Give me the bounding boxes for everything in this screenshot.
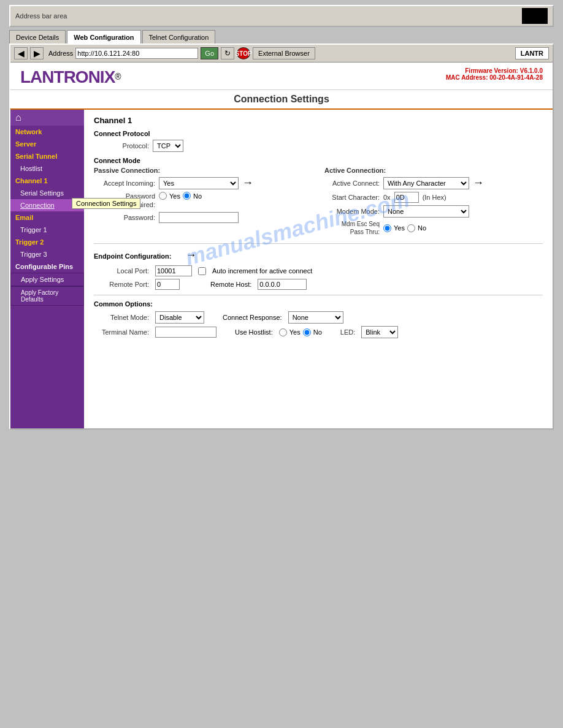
- password-required-no-label: No: [193, 192, 202, 200]
- lantr-badge: LANTR: [515, 47, 549, 59]
- connect-response-label: Connect Response:: [223, 314, 282, 321]
- page-title: Connection Settings: [20, 94, 543, 105]
- endpoint-title: Endpoint Configuration: →: [94, 249, 543, 262]
- browser-black-square: [522, 8, 548, 24]
- form-area: Channel 1 Connect Protocol Protocol: TCP…: [84, 110, 553, 428]
- apply-factory-defaults-button[interactable]: Apply Factory Defaults: [10, 286, 84, 306]
- connect-response-select[interactable]: None Characters Verbose: [288, 311, 343, 324]
- password-label: Password:: [94, 214, 155, 221]
- sidebar-item-hostlist[interactable]: Hostlist: [10, 162, 84, 175]
- arrow-accept: →: [242, 176, 253, 189]
- use-hostlist-yes-radio[interactable]: [279, 328, 287, 336]
- inner-toolbar: ◀ ▶ Address Go ↻ STOP External Browser L…: [10, 45, 553, 63]
- sidebar-home[interactable]: ⌂: [10, 110, 84, 126]
- protocol-select[interactable]: TCP UDP: [153, 140, 183, 152]
- endpoint-section: Endpoint Configuration: → Local Port: Au…: [94, 243, 543, 290]
- forward-button[interactable]: ▶: [30, 47, 44, 59]
- accept-incoming-label: Accept Incoming:: [94, 180, 155, 187]
- tab-telnet-configuration[interactable]: Telnet Configuration: [142, 30, 216, 44]
- use-hostlist-no-label: No: [313, 328, 322, 336]
- connection-tooltip: Connection Settings: [72, 198, 140, 209]
- terminal-name-input[interactable]: [155, 327, 216, 338]
- page-title-bar: Connection Settings: [10, 90, 553, 110]
- led-label: LED:: [340, 328, 355, 336]
- common-options-title: Common Options:: [94, 300, 543, 308]
- modem-mode-select[interactable]: None Modem Control Line Modem Emulation: [383, 205, 469, 218]
- tab-web-configuration[interactable]: Web Configuration: [67, 30, 140, 44]
- led-select[interactable]: Blink On Off: [361, 326, 398, 338]
- start-character-label: Start Character:: [324, 194, 380, 201]
- sidebar-item-channel1[interactable]: Channel 1: [10, 175, 84, 187]
- sidebar-item-serial-settings[interactable]: Serial Settings: [10, 187, 84, 199]
- connect-mode-label: Connect Mode: [94, 157, 543, 164]
- sidebar: ⌂ Network Server Serial Tunnel Hostlist …: [10, 110, 84, 428]
- connect-protocol-label: Connect Protocol: [94, 130, 543, 137]
- local-port-label: Local Port:: [94, 267, 149, 275]
- active-connect-select[interactable]: With Any Character None With Any Data: [383, 177, 469, 189]
- sidebar-item-serial-tunnel[interactable]: Serial Tunnel: [10, 150, 84, 162]
- use-hostlist-no-radio[interactable]: [303, 328, 311, 336]
- back-button[interactable]: ◀: [14, 47, 28, 59]
- logo: LANTRONIX®: [20, 67, 121, 87]
- telnet-mode-label: Telnet Mode:: [94, 314, 149, 321]
- mdm-esc-yes-radio[interactable]: [383, 224, 391, 232]
- connect-mode-section: Connect Mode Passive Connection: Accept …: [94, 157, 543, 238]
- home-icon: ⌂: [15, 112, 21, 123]
- hex-label: (In Hex): [423, 194, 446, 201]
- sidebar-item-configurable-pins[interactable]: Configurable Pins: [10, 260, 84, 273]
- connect-protocol-section: Connect Protocol Protocol: TCP UDP: [94, 130, 543, 152]
- modem-mode-label: Modem Mode:: [324, 208, 380, 215]
- arrow-active: →: [473, 176, 484, 189]
- firmware-info: Firmware Version: V6.1.0.0 MAC Address: …: [446, 67, 543, 81]
- sidebar-item-trigger1[interactable]: Trigger 1: [10, 224, 84, 236]
- tab-device-details[interactable]: Device Details: [9, 30, 66, 44]
- password-required-yes-radio[interactable]: [159, 192, 167, 200]
- start-character-input[interactable]: [394, 192, 419, 203]
- stop-button[interactable]: STOP: [237, 47, 250, 59]
- sidebar-item-network[interactable]: Network: [10, 126, 84, 138]
- mdm-esc-no-label: No: [418, 224, 426, 232]
- channel-title: Channel 1: [94, 116, 543, 125]
- common-options-section: Common Options: Telnet Mode: Disable Ena…: [94, 295, 543, 338]
- active-connection-label: Active Connection:: [324, 167, 543, 174]
- password-input[interactable]: [159, 212, 239, 223]
- local-port-input[interactable]: [155, 265, 192, 276]
- address-bar[interactable]: [75, 48, 198, 59]
- protocol-label: Protocol:: [94, 142, 149, 150]
- telnet-mode-select[interactable]: Disable Enable: [155, 311, 204, 324]
- use-hostlist-yes-label: Yes: [289, 328, 301, 336]
- sidebar-item-email[interactable]: Email: [10, 211, 84, 224]
- apply-settings-button[interactable]: Apply Settings: [10, 273, 84, 286]
- sidebar-item-trigger2[interactable]: Trigger 2: [10, 236, 84, 248]
- remote-host-input[interactable]: [258, 279, 307, 290]
- remote-port-label: Remote Port:: [94, 281, 149, 288]
- go-button[interactable]: Go: [201, 47, 218, 59]
- hex-prefix: 0x: [383, 194, 391, 201]
- mdm-esc-yes-label: Yes: [394, 224, 405, 232]
- password-required-yes-label: Yes: [169, 192, 180, 200]
- sidebar-item-server[interactable]: Server: [10, 138, 84, 150]
- terminal-name-label: Terminal Name:: [94, 328, 149, 336]
- mdm-esc-no-radio[interactable]: [407, 224, 415, 232]
- remote-host-label: Remote Host:: [210, 281, 251, 288]
- sidebar-item-trigger3[interactable]: Trigger 3: [10, 248, 84, 260]
- mdm-esc-label: Mdm Esc SeqPass Thru:: [324, 220, 380, 236]
- passive-connection-label: Passive Connection:: [94, 167, 312, 174]
- address-label: Address: [48, 50, 73, 57]
- use-hostlist-label: Use Hostlist:: [235, 328, 273, 336]
- active-connect-label: Active Connect:: [324, 180, 380, 187]
- auto-increment-checkbox[interactable]: [198, 267, 206, 275]
- page-header: LANTRONIX® Firmware Version: V6.1.0.0 MA…: [10, 63, 553, 90]
- external-browser-button[interactable]: External Browser: [253, 47, 315, 59]
- accept-incoming-select[interactable]: Yes No: [159, 177, 239, 189]
- arrow-endpoint: →: [186, 249, 197, 261]
- remote-port-input[interactable]: [155, 279, 180, 290]
- refresh-button[interactable]: ↻: [221, 47, 234, 59]
- auto-increment-label: Auto increment for active connect: [212, 267, 312, 275]
- password-required-no-radio[interactable]: [183, 192, 191, 200]
